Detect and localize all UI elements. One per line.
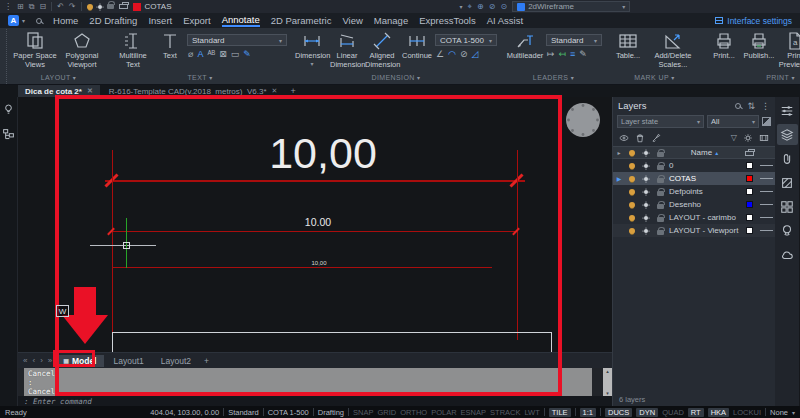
layer-on-icon[interactable]: [629, 189, 635, 195]
layer-row[interactable]: Desenho: [613, 198, 775, 211]
delete-layer-icon[interactable]: [635, 133, 645, 143]
layer-thaw-icon[interactable]: [98, 5, 102, 9]
layer-on-icon[interactable]: [629, 163, 635, 169]
layer-on-icon[interactable]: [629, 228, 635, 234]
layer-row[interactable]: LAYOUT - Viewport: [613, 224, 775, 237]
multiline-text-button[interactable]: Multiline Text: [113, 31, 153, 69]
multileader-button[interactable]: Multileader: [505, 31, 545, 61]
toggle-lockui[interactable]: LOCKUI: [733, 408, 761, 417]
layer-thaw-icon[interactable]: [644, 203, 648, 207]
layer-thaw-icon[interactable]: [644, 177, 648, 181]
toggle-tile[interactable]: TILE: [549, 408, 571, 417]
text-style-dropdown[interactable]: Standard ▾: [187, 34, 287, 46]
group-label-text[interactable]: TEXT ▾: [113, 74, 287, 84]
layer-lock-icon[interactable]: [657, 165, 664, 170]
layer-color-swatch[interactable]: [746, 188, 753, 195]
search-icon[interactable]: [735, 103, 741, 109]
name-column-header[interactable]: Name ▲: [667, 148, 741, 157]
group-label-layout[interactable]: LAYOUT ▾: [12, 74, 105, 84]
layer-color-swatch[interactable]: [746, 201, 753, 208]
layer-thaw-icon[interactable]: [644, 190, 648, 194]
sort-icon[interactable]: ⇅: [747, 101, 755, 111]
workspace-tool-icon[interactable]: ⊕: [477, 3, 484, 11]
isolate-layer-icon[interactable]: [762, 117, 771, 126]
toggle-polar[interactable]: POLAR: [431, 408, 456, 417]
tips-bulb-icon[interactable]: [2, 103, 15, 116]
publish-button[interactable]: Publish...: [742, 31, 776, 61]
linetype-sample[interactable]: [760, 217, 773, 218]
properties-panel-button[interactable]: [777, 100, 798, 121]
scroll-up-icon[interactable]: ▴: [606, 368, 609, 374]
tab-ai-assist[interactable]: AI Assist: [487, 15, 523, 26]
polygonal-viewport-button[interactable]: Polygonal Viewport: [59, 31, 105, 69]
layer-lock-icon[interactable]: [657, 217, 664, 222]
toggle-lwt[interactable]: LWT: [524, 408, 539, 417]
layers-panel-button[interactable]: [777, 124, 798, 145]
linetype-sample[interactable]: [760, 178, 773, 179]
text-case-icon[interactable]: ᴬᴮ: [207, 49, 215, 59]
cursor-tool-icon[interactable]: ⌖: [468, 3, 473, 11]
toggle-quad[interactable]: QUAD: [662, 408, 684, 417]
arc-dimension-icon[interactable]: ◠: [448, 49, 456, 59]
layer-lock-icon[interactable]: [657, 230, 664, 235]
dimension-button[interactable]: Dimension ▾: [295, 31, 329, 68]
layer-lock-icon[interactable]: [657, 191, 664, 196]
layer-color-swatch[interactable]: [746, 214, 753, 221]
interface-settings-button[interactable]: Interface settings: [715, 16, 792, 26]
annotation-scale-none[interactable]: None: [770, 408, 788, 417]
visual-style-dropdown[interactable]: 2dWireframe ▾: [512, 1, 630, 12]
tab-insert[interactable]: Insert: [148, 15, 172, 26]
layer-row[interactable]: LAYOUT - carimbo: [613, 211, 775, 224]
layer-color-swatch[interactable]: [746, 175, 753, 182]
aligned-dimension-button[interactable]: Aligned Dimension: [365, 31, 399, 69]
diameter-dimension-icon[interactable]: ⊘: [460, 49, 468, 59]
layers-table-header[interactable]: ▸ Name ▲: [613, 146, 775, 159]
next-tab-button[interactable]: ›: [38, 356, 45, 365]
tab-view[interactable]: View: [342, 15, 362, 26]
toggle-dyn[interactable]: DYN: [636, 408, 658, 417]
toggle-rt[interactable]: RT: [688, 408, 704, 417]
cloud-panel-button[interactable]: [777, 244, 798, 265]
eye-icon[interactable]: [619, 133, 629, 143]
paper-space-views-button[interactable]: Paper Space Views: [12, 31, 58, 69]
dimension-style-dropdown[interactable]: COTA 1-500 ▾: [435, 34, 497, 46]
redo-icon[interactable]: ↷: [69, 3, 76, 11]
group-label-markup[interactable]: MARK UP ▾: [610, 74, 699, 84]
layer-on-icon[interactable]: [629, 215, 635, 221]
tab-export[interactable]: Export: [183, 15, 210, 26]
status-text-style[interactable]: Standard: [228, 408, 258, 417]
layer-row[interactable]: 0: [613, 159, 775, 172]
group-label-print[interactable]: PRINT ▾: [707, 74, 800, 84]
toggle-scale[interactable]: 1:1: [580, 408, 596, 417]
layer-thaw-icon[interactable]: [644, 216, 648, 220]
find-text-icon[interactable]: ⊠: [219, 49, 227, 59]
close-icon[interactable]: ✕: [272, 87, 278, 95]
settings-tool-icon[interactable]: ⊙: [500, 3, 507, 11]
leader-style-icon[interactable]: ✎: [579, 49, 587, 59]
tab-2d-parametric[interactable]: 2D Parametric: [271, 15, 332, 26]
toggle-ortho[interactable]: ORTHO: [400, 408, 427, 417]
text-button[interactable]: Text: [154, 31, 186, 61]
frame-text-icon[interactable]: ▭: [231, 49, 240, 59]
linetype-sample[interactable]: [760, 230, 773, 231]
close-icon[interactable]: ✕: [87, 87, 93, 95]
merge-layer-icon[interactable]: [759, 133, 769, 143]
tab-2d-drafting[interactable]: 2D Drafting: [89, 15, 137, 26]
hatch-panel-button[interactable]: [777, 172, 798, 193]
linetype-sample[interactable]: [760, 204, 773, 205]
save-document-icon[interactable]: ⊟: [39, 3, 46, 11]
first-tab-button[interactable]: «: [21, 356, 29, 365]
field-icon[interactable]: ⌀: [188, 49, 193, 59]
add-leader-icon[interactable]: ↦: [547, 49, 555, 59]
toggle-grid[interactable]: GRID: [377, 408, 396, 417]
current-layer-dropdown[interactable]: COTAS ▾: [133, 2, 463, 11]
linetype-sample[interactable]: [760, 165, 773, 166]
layer-row-selected[interactable]: ▶ COTAS: [613, 172, 775, 185]
toggle-snap[interactable]: SNAP: [353, 408, 373, 417]
navigation-ball-icon[interactable]: [564, 101, 602, 139]
collect-leader-icon[interactable]: ≡: [570, 49, 575, 59]
toggle-strack[interactable]: STRACK: [490, 408, 520, 417]
search-icon[interactable]: [36, 18, 42, 24]
tab-home[interactable]: Home: [53, 15, 78, 26]
tab-expresstools[interactable]: ExpressTools: [419, 15, 476, 26]
